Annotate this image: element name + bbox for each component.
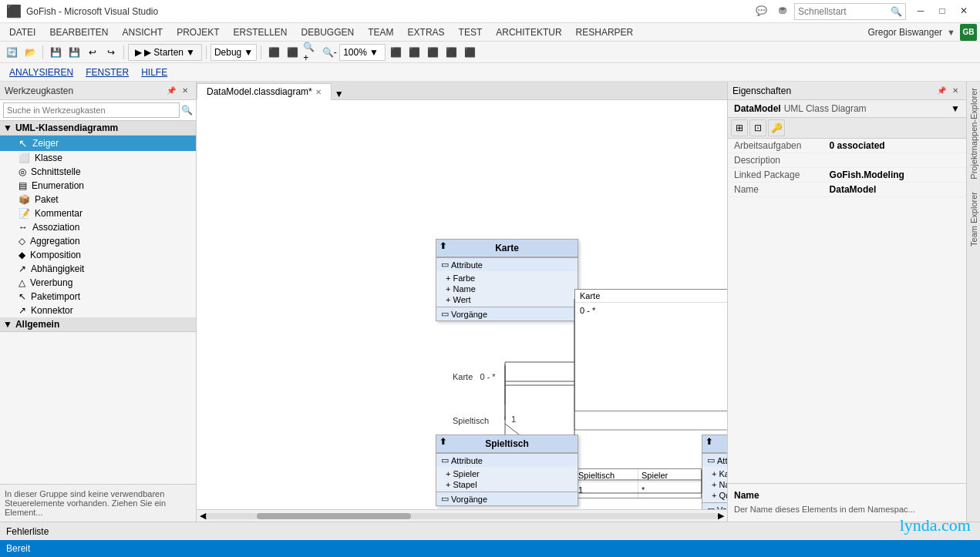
toolbox-group-allgemein-header[interactable]: ▼ Allgemein bbox=[0, 317, 196, 332]
redo-btn[interactable]: ↪ bbox=[103, 44, 120, 61]
menu-projekt[interactable]: PROJEKT bbox=[170, 25, 225, 39]
spieler-collapse-btn[interactable]: ⬆ bbox=[706, 437, 712, 447]
toolbox-item-schnittstelle[interactable]: ◎ Schnittstelle bbox=[0, 165, 196, 179]
scroll-track bbox=[206, 513, 718, 519]
props-tool2[interactable]: ⊡ bbox=[749, 119, 766, 136]
props-pin-btn[interactable]: 📌 bbox=[935, 85, 948, 97]
paket-icon: 📦 bbox=[19, 194, 30, 205]
props-tool1[interactable]: ⊞ bbox=[731, 119, 748, 136]
menu-ansicht[interactable]: ANSICHT bbox=[116, 25, 169, 39]
toolbox-close-btn[interactable]: ✕ bbox=[179, 85, 191, 97]
close-btn[interactable]: ✕ bbox=[954, 3, 974, 18]
karte-vorgaenge-header[interactable]: ▭ Vorgänge bbox=[436, 307, 578, 320]
menu-bearbeiten[interactable]: BEARBEITEN bbox=[43, 25, 114, 39]
scroll-right-btn[interactable]: ▶ bbox=[718, 511, 724, 521]
toolbox-search-input[interactable] bbox=[3, 102, 180, 118]
label-karte-assoc: Karte 0 - * bbox=[451, 372, 497, 381]
filter-btn[interactable]: ⛃ bbox=[773, 3, 793, 18]
tool7[interactable]: ⬛ bbox=[424, 44, 441, 61]
scroll-thumb[interactable] bbox=[257, 513, 410, 519]
assoc-karte-name: Karte bbox=[575, 290, 727, 303]
spieltisch-attribute-header[interactable]: ▭ Attribute bbox=[436, 454, 578, 467]
karte-collapse-btn[interactable]: ⬆ bbox=[439, 241, 446, 251]
spieler-attribute-header[interactable]: ▭ Attribute bbox=[702, 454, 727, 467]
scroll-left-btn[interactable]: ◀ bbox=[200, 511, 206, 521]
save-all-btn[interactable]: 💾 bbox=[66, 44, 83, 61]
props-close-btn[interactable]: ✕ bbox=[949, 85, 961, 97]
start-button[interactable]: ▶ ▶ Starten ▼ bbox=[128, 44, 202, 61]
toolbox-controls: 📌 ✕ bbox=[165, 85, 191, 97]
spieltisch-vorgaenge-header[interactable]: ▭ Vorgänge bbox=[436, 492, 578, 505]
tab-dropdown-btn[interactable]: ▼ bbox=[333, 89, 345, 99]
h-scrollbar[interactable]: ◀ ▶ bbox=[197, 509, 727, 522]
zoom-out-btn[interactable]: 🔍- bbox=[321, 44, 338, 61]
toolbox-item-konnektor[interactable]: ↗ Konnektor bbox=[0, 304, 196, 317]
menu-architektur[interactable]: ARCHITEKTUR bbox=[490, 25, 567, 39]
menu-test[interactable]: TEST bbox=[453, 25, 489, 39]
tab-close-btn[interactable]: ✕ bbox=[315, 88, 322, 96]
user-dropdown-arrow[interactable]: ▼ bbox=[947, 28, 955, 37]
debug-dropdown-arrow: ▼ bbox=[244, 47, 253, 58]
separator4 bbox=[261, 45, 261, 59]
karte-attribute-header[interactable]: ▭ Attribute bbox=[436, 258, 578, 271]
toolbox-item-vererbung[interactable]: △ Vererbung bbox=[0, 276, 196, 290]
menu-team[interactable]: TEAM bbox=[362, 25, 399, 39]
debug-label: Debug bbox=[214, 47, 241, 58]
schnellstart-input[interactable] bbox=[798, 6, 891, 17]
zoom-dropdown[interactable]: 100% ▼ bbox=[339, 44, 386, 61]
menu-fenster[interactable]: FENSTER bbox=[79, 65, 135, 79]
spieltisch-collapse-btn[interactable]: ⬆ bbox=[439, 437, 446, 447]
menu-datei[interactable]: DATEI bbox=[3, 25, 42, 39]
properties-table: Arbeitsaufgaben 0 associated Description… bbox=[728, 139, 966, 197]
zoom-arrow: ▼ bbox=[369, 47, 379, 58]
tool5[interactable]: ⬛ bbox=[387, 44, 404, 61]
diagram-canvas[interactable]: ⬆ Karte ▭ Attribute + Farbe + Name + Wer… bbox=[197, 100, 727, 509]
toolbox-group-uml-header[interactable]: ▼ UML-Klassendiagramm bbox=[0, 121, 196, 136]
diagram-tool1[interactable]: ⬛ bbox=[265, 44, 282, 61]
toolbox-search-area: 🔍 bbox=[0, 100, 196, 121]
start-dropdown-arrow[interactable]: ▼ bbox=[186, 47, 195, 58]
toolbox-item-aggregation[interactable]: ◇ Aggregation bbox=[0, 234, 196, 248]
fehlerliste-bar[interactable]: Fehlerliste bbox=[0, 522, 980, 540]
toolbox-item-komposition[interactable]: ◆ Komposition bbox=[0, 248, 196, 262]
tool8[interactable]: ⬛ bbox=[443, 44, 460, 61]
toolbox-item-zeiger[interactable]: ↖ Zeiger bbox=[0, 136, 196, 151]
menu-erstellen[interactable]: ERSTELLEN bbox=[227, 25, 294, 39]
props-tool3[interactable]: 🔑 bbox=[768, 119, 785, 136]
menu-hilfe[interactable]: HILFE bbox=[135, 65, 173, 79]
toolbox-item-klasse[interactable]: ⬜ Klasse bbox=[0, 151, 196, 165]
toolbox-item-paketimport[interactable]: ↖ Paketimport bbox=[0, 290, 196, 304]
karte-vorgaenge-label: Vorgänge bbox=[451, 310, 487, 319]
toolbox-group-allgemein: ▼ Allgemein bbox=[0, 317, 196, 332]
diagram-tool2[interactable]: ⬛ bbox=[284, 44, 301, 61]
status-text: Bereit bbox=[6, 543, 30, 554]
toolbox-item-kommentar[interactable]: 📝 Kommentar bbox=[0, 206, 196, 220]
new-file-btn[interactable]: 🔄 bbox=[3, 44, 20, 61]
menu-debuggen[interactable]: DEBUGGEN bbox=[295, 25, 361, 39]
save-btn[interactable]: 💾 bbox=[47, 44, 64, 61]
debug-dropdown[interactable]: Debug ▼ bbox=[210, 44, 257, 61]
toolbox-item-enumeration[interactable]: ▤ Enumeration bbox=[0, 179, 196, 193]
props-type-dropdown[interactable]: ▼ bbox=[951, 103, 960, 114]
menu-analysieren[interactable]: ANALYSIEREN bbox=[3, 65, 79, 79]
tool6[interactable]: ⬛ bbox=[406, 44, 423, 61]
side-tab-projektmappen[interactable]: Projektmappen-Explorer bbox=[968, 82, 980, 186]
toolbox-item-assoziation[interactable]: ↔ Assoziation bbox=[0, 220, 196, 234]
open-btn[interactable]: 📂 bbox=[22, 44, 39, 61]
toolbox-item-abhaengigkeit[interactable]: ↗ Abhängigkeit bbox=[0, 262, 196, 276]
undo-btn[interactable]: ↩ bbox=[84, 44, 101, 61]
side-tab-team-explorer[interactable]: Team Explorer bbox=[968, 186, 980, 253]
tool9[interactable]: ⬛ bbox=[461, 44, 478, 61]
minimize-btn[interactable]: ─ bbox=[911, 3, 931, 18]
menu-extras[interactable]: EXTRAS bbox=[402, 25, 451, 39]
toolbox-pin-btn[interactable]: 📌 bbox=[165, 85, 177, 97]
menu-resharper[interactable]: RESHARPER bbox=[570, 25, 640, 39]
toolbox-item-paket[interactable]: 📦 Paket bbox=[0, 193, 196, 206]
schnellstart-field[interactable]: 🔍 bbox=[794, 3, 906, 20]
notification-btn[interactable]: 💬 bbox=[751, 3, 771, 18]
tab-datamodel[interactable]: DataModel.classdiagram* ✕ bbox=[197, 83, 332, 100]
spieler-vorgaenge-header[interactable]: ▭ Vorgänge bbox=[702, 503, 727, 509]
restore-btn[interactable]: □ bbox=[932, 3, 952, 18]
zoom-in-btn[interactable]: 🔍+ bbox=[302, 44, 319, 61]
klasse-icon: ⬜ bbox=[19, 153, 30, 163]
